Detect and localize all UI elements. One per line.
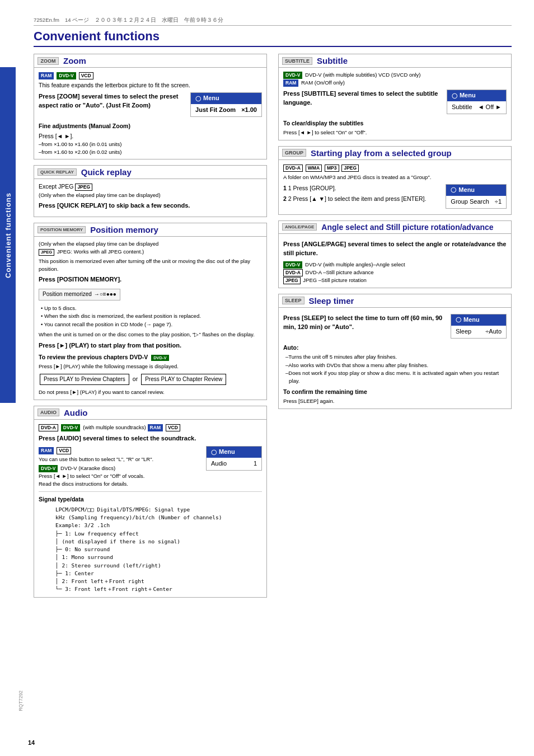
audio-menu-header: ◯ Menu	[207, 447, 261, 458]
group-header: GROUP Starting play from a selected grou…	[279, 147, 511, 160]
badge-jpeg2: JPEG	[39, 249, 54, 256]
sleep-confirm-note: Press [SLEEP] again.	[283, 397, 507, 405]
sig-line4: ├─ 1: Low frequency effect	[55, 530, 262, 538]
group-title: Starting play from a selected group	[311, 148, 452, 158]
angle-header: ANGLE/PAGE Angle select and Still pictur…	[279, 221, 511, 234]
quick-replay-content: Except JPEG JPEG (Only when the elapsed …	[34, 179, 266, 217]
subtitle-clear-note: Press [◄ ►] to select "On" or "Off".	[283, 129, 507, 137]
zoom-intro: This feature expands the letterbox pictu…	[39, 81, 262, 90]
audio-content: DVD-A DVD-V (with multiple soundtracks) …	[34, 420, 266, 597]
angle-title: Angle select and Still picture rotation/…	[321, 223, 493, 232]
sleep-header: SLEEP Sleep timer	[279, 294, 511, 308]
sig-line2: kHz (Sampling frequency)/bit/ch (Number …	[55, 514, 262, 522]
badge-dvdv6: DVD-V	[283, 261, 302, 269]
group-folder-note: A folder on WMA/MP3 and JPEG discs is tr…	[283, 173, 507, 181]
audio-section: AUDIO Audio DVD-A DVD-V (with multiple s…	[34, 406, 267, 598]
sleep-title: Sleep timer	[309, 296, 354, 306]
sleep-auto-note1: –Turns the unit off 5 minutes after play…	[283, 353, 507, 361]
sleep-content: ◯ Menu Sleep ÷Auto Press [SLEEP] to sele…	[279, 308, 511, 408]
quick-replay-header: QUICK REPLAY Quick replay	[34, 166, 266, 179]
sig-line6: ├─ 0: No surround	[55, 546, 262, 553]
badge-ram: RAM	[39, 72, 54, 79]
zoom-section: ZOOM Zoom RAM DVD-V VCD This feature exp…	[34, 54, 267, 159]
group-content: DVD-A WMA MP3 JPEG A folder on WMA/MP3 a…	[279, 160, 511, 214]
vertical-id: RQT7292	[18, 691, 24, 711]
quick-replay-title: Quick replay	[81, 167, 132, 177]
pos-mem-cancel-note: Do not press [►] (PLAY) if you want to c…	[39, 388, 262, 396]
sleep-menu-header: ◯ Menu	[451, 314, 506, 326]
angle-jpeg-note: JPEG JPEG –Still picture rotation	[283, 276, 507, 284]
audio-menu-content: Audio 1	[207, 458, 261, 470]
pos-mem-badge: POSITION MEMORY	[38, 226, 86, 233]
sig-line7: │ 1: Mono surround	[55, 553, 262, 561]
sleep-menu-box: ◯ Menu Sleep ÷Auto	[451, 314, 507, 339]
signal-title: Signal type/data	[39, 495, 262, 504]
left-column: ZOOM Zoom RAM DVD-V VCD This feature exp…	[34, 54, 267, 603]
pos-mem-play-instruction: Press [►] (PLAY) to start play from that…	[39, 341, 262, 350]
page-number: 14	[28, 739, 35, 746]
audio-title: Audio	[64, 408, 88, 417]
angle-content: Press [ANGLE/PAGE] several times to sele…	[279, 234, 511, 288]
quick-replay-section: QUICK REPLAY Quick replay Except JPEG JP…	[34, 165, 267, 217]
subtitle-content: DVD-V DVD-V (with multiple subtitles) VC…	[279, 68, 511, 140]
badge-dvda3: DVD-A	[283, 269, 303, 276]
badge-jpeg4: JPEG	[283, 277, 301, 284]
pos-mem-box: Position memorized →○≡●●●	[39, 289, 120, 300]
subtitle-clear-title: To clear/display the subtitles	[283, 119, 507, 128]
group-section: GROUP Starting play from a selected grou…	[278, 146, 512, 215]
play-preview-box: Press PLAY to Preview Chapters	[40, 374, 129, 386]
group-menu-box: ◯ Menu Group Search ÷1	[446, 184, 507, 209]
group-badge: GROUP	[282, 149, 306, 157]
position-memory-header: POSITION MEMORY Position memory	[34, 223, 266, 237]
badge-mp3: MP3	[325, 165, 339, 172]
zoom-fine-range2: –from ×1.60 to ×2.00 (in 0.02 units)	[39, 148, 262, 156]
subtitle-dvdv-note: DVD-V DVD-V (with multiple subtitles) VC…	[283, 71, 507, 79]
subtitle-header: SUBTITLE Subtitle	[279, 54, 511, 68]
page-title: Convenient functions	[34, 29, 512, 47]
zoom-menu-box: ◯ Menu Just Fit Zoom ×1.00	[190, 92, 262, 117]
zoom-content: RAM DVD-V VCD This feature expands the l…	[34, 68, 266, 159]
pos-mem-review-title: To review the previous chapters DVD-V DV…	[39, 353, 262, 361]
group-menu-header: ◯ Menu	[446, 185, 506, 196]
quick-replay-instruction: Press [QUICK REPLAY] to skip back a few …	[39, 201, 262, 210]
play-review-box: Press PLAY to Chapter Review	[141, 374, 226, 386]
badge-dvdv: DVD-V	[57, 72, 76, 79]
zoom-badge: ZOOM	[38, 57, 59, 65]
angle-badge: ANGLE/PAGE	[282, 223, 317, 231]
sig-line5: │ (not displayed if there is no signal)	[55, 538, 262, 546]
zoom-header: ZOOM Zoom	[34, 54, 266, 68]
badge-ram4: RAM	[283, 79, 298, 87]
audio-dvdv-detail: Press [◄ ►] to select "On" or "Off" of v…	[39, 472, 202, 480]
header-text: 7252En.fm 14 ページ ２００３年１２月２４日 水曜日 午前９時３６分	[34, 17, 223, 23]
signal-diagram: LPCM/DPCM/□□ Digital/DTS/MPEG: Signal ty…	[39, 506, 262, 594]
zoom-menu-content: Just Fit Zoom ×1.00	[191, 104, 261, 116]
subtitle-ram-note: RAM RAM (On/Off only)	[283, 79, 507, 87]
audio-instruction: Press [AUDIO] several times to select th…	[39, 434, 262, 443]
angle-dvda-note: DVD-A DVD-A –Still picture advance	[283, 269, 507, 276]
position-memory-section: POSITION MEMORY Position memory (Only wh…	[34, 223, 267, 400]
sig-line8: │ 2: Stereo surround (left/right)	[55, 562, 262, 570]
sig-line10: │ 2: Front left＋Front right	[55, 577, 262, 585]
pos-mem-note1: (Only when the elapsed play time can be …	[39, 240, 262, 248]
pos-mem-instruction: Press [POSITION MEMORY].	[39, 275, 262, 284]
subtitle-title: Subtitle	[317, 56, 348, 65]
audio-header: AUDIO Audio	[34, 406, 266, 420]
sig-line9: ├─ 1: Center	[55, 570, 262, 577]
badge-ram3: RAM	[39, 447, 54, 454]
pos-mem-display: Position memorized →○≡●●●	[39, 287, 262, 302]
pos-mem-review-note: Press [►] (PLAY) while the following mes…	[39, 363, 262, 370]
pos-mem-note3: This position is memorized even after tu…	[39, 257, 262, 273]
audio-menu-box: ◯ Menu Audio 1	[206, 446, 262, 488]
sig-line11: └─ 3: Front left＋Front right＋Center	[55, 585, 262, 593]
badge-dvda2: DVD-A	[283, 165, 303, 172]
badge-jpeg: JPEG	[75, 184, 92, 191]
sidebar-label: Convenient functions	[0, 67, 16, 403]
zoom-fine-range1: –from ×1.00 to ×1.60 (in 0.01 units)	[39, 140, 262, 148]
sleep-badge: SLEEP	[282, 297, 305, 304]
sleep-section: SLEEP Sleep timer ◯ Menu Sleep ÷Auto	[278, 294, 512, 409]
subtitle-menu-content: Subtitle ◄ Off ►	[447, 101, 506, 114]
audio-read-note: Read the discs instructions for details.	[39, 480, 202, 488]
audio-badge: AUDIO	[38, 408, 59, 416]
sleep-auto-note2: –Also works with DVDs that show a menu a…	[283, 361, 507, 369]
badge-dvdv5: DVD-V	[283, 72, 302, 79]
